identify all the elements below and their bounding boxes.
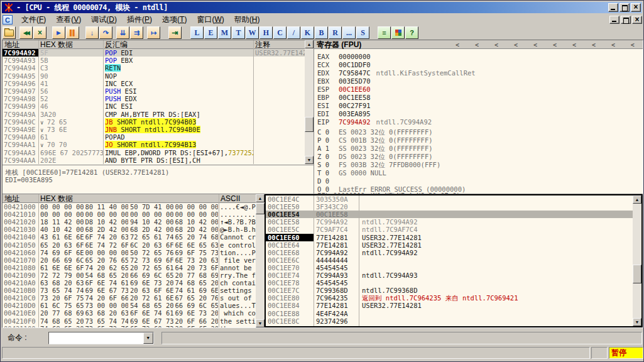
register-bank-chevron[interactable]: < — [631, 41, 635, 48]
scroll-thumb[interactable] — [256, 203, 265, 214]
scroll-up-button[interactable]: ▲ — [305, 40, 314, 48]
disasm-row[interactable]: 7C994A9A3A20CMP AH,BYTE PTR DS:[EAX] — [3, 111, 305, 118]
menu-view[interactable]: 查看(V) — [51, 14, 86, 25]
register-row[interactable]: EAX00000000 — [317, 53, 371, 61]
dump-row[interactable]: 0042110074 68 65 2073 65 72 7665 72 60 7… — [3, 325, 256, 327]
flag-row[interactable]: Z 0DS 0023 32位 0(FFFFFFFF) — [317, 153, 433, 161]
view-cpu-button[interactable]: C — [273, 26, 287, 39]
mdi-restore-button[interactable] — [621, 16, 631, 24]
scroll-thumb[interactable] — [633, 265, 641, 283]
register-bank-chevron[interactable]: < — [572, 41, 576, 48]
disasm-row[interactable]: 7C994A9C∨ 72 65JB SHORT ntdll.7C994B03 — [3, 118, 305, 126]
flag-row[interactable]: C 0ES 0023 32位 0(FFFFFFFF) — [317, 128, 433, 136]
menu-file[interactable]: 文件(F) — [16, 14, 51, 25]
disasm-row[interactable]: 7C994A94C3RETN — [3, 64, 305, 72]
stack-row[interactable]: 00C1EE5C7C9AF7C4ntdll.7C9AF7C4 — [266, 226, 633, 233]
mdi-minimize-button[interactable] — [609, 16, 619, 24]
register-row[interactable]: EIP7C994A92ntdll.7C994A92 — [317, 118, 432, 126]
scroll-thumb[interactable] — [305, 117, 314, 132]
register-row[interactable]: ESI00C27F91 — [317, 102, 371, 110]
step-over-button[interactable]: ↷ — [99, 26, 112, 39]
menu-window[interactable]: 窗口(W) — [192, 14, 229, 25]
cpu-child-icon[interactable]: C — [3, 15, 13, 25]
flag-row[interactable]: P 0CS 001B 32位 0(FFFFFFFF) — [317, 136, 433, 145]
register-bank-chevron[interactable]: < — [553, 41, 557, 48]
title-bar[interactable]: - [CPU - 线程 00000074, 模块 - ntdll] × — [2, 2, 642, 13]
disasm-row[interactable]: 7C994A925FPOP EDIUSER32.77E14281 — [3, 49, 305, 57]
stack-row[interactable]: 00C1EE9027F8FD4E — [266, 325, 633, 326]
view-patches-button[interactable]: / — [287, 26, 300, 39]
dump-row[interactable]: 004210A063 68 20 636F 6E 74 6169 6E 73 2… — [3, 279, 256, 287]
flag-row[interactable]: T 0GS 0000 NULL — [317, 169, 386, 177]
view-run-trace-button[interactable]: ... — [342, 26, 356, 39]
disasm-row[interactable]: 7C994AA061POPAD — [3, 133, 305, 141]
register-row[interactable]: EDI003EA895 — [317, 110, 371, 118]
close-button[interactable]: × — [631, 3, 641, 12]
stack-row[interactable]: 00C1EE8477E14281USER32.77E14281 — [266, 302, 633, 309]
scroll-down-button[interactable]: ▼ — [305, 156, 314, 164]
stack-row[interactable]: 00C1EE6477E14281USER32.77E14281 — [266, 241, 633, 249]
flag-row[interactable]: A 1SS 0023 32位 0(FFFFFFFF) — [317, 145, 433, 153]
view-breakpoints-button[interactable]: B — [315, 26, 328, 39]
disasm-row[interactable]: 7C994A9E∨ 73 6EJNB SHORT ntdll.7C994B0E — [3, 126, 305, 133]
dump-row[interactable]: 004210E020 77 68 6963 68 20 636F 6E 74 6… — [3, 309, 256, 317]
register-bank-chevron[interactable]: < — [611, 41, 615, 48]
stack-row[interactable]: 00C1EE8C92374296 — [266, 317, 633, 325]
go-to-address-button[interactable]: ⇥ — [168, 26, 182, 39]
register-bank-chevron[interactable]: < — [456, 41, 459, 48]
step-into-button[interactable]: ↓ — [85, 26, 99, 39]
menu-debug[interactable]: 调试(D) — [86, 14, 122, 25]
dump-row[interactable]: 0042109072 72 79 0054 68 65 2066 69 6C 6… — [3, 272, 256, 279]
execute-till-return-button[interactable]: ↦ — [147, 26, 160, 39]
dump-row[interactable]: 004210B073 65 74 7469 6E 67 7320 63 6F 6… — [3, 287, 256, 294]
restore-button[interactable] — [619, 3, 630, 12]
view-log-button[interactable]: L — [190, 26, 204, 39]
disasm-row[interactable]: 7C994A935BPOP EBX — [3, 57, 305, 64]
menu-options[interactable]: 选项(T) — [157, 14, 192, 25]
view-threads-button[interactable]: T — [232, 26, 245, 39]
open-file-button[interactable] — [3, 26, 16, 39]
stack-row[interactable]: 00C1EE587C994A92ntdll.7C994A92 — [266, 218, 633, 226]
disasm-row[interactable]: 7C994A9590NOP — [3, 72, 305, 80]
stack-scrollbar[interactable]: ▲ ▼ — [633, 195, 641, 326]
disasm-row[interactable]: 7C994A9946INC ESI — [3, 102, 305, 110]
dump-row[interactable]: 0042104043 61 6E 6E6F 74 20 6372 65 61 7… — [3, 233, 256, 241]
trace-over-button[interactable]: ⇉ — [130, 26, 143, 39]
view-call-stack-button[interactable]: K — [301, 26, 314, 39]
dump-row[interactable]: 0042102018 11 42 00D8 10 42 0094 10 42 0… — [3, 218, 256, 226]
dump-row[interactable]: 0042100000 00 00 0080 11 40 0050 7D 41 0… — [3, 203, 256, 211]
dump-row[interactable]: 0042105065 20 63 6F6E 74 72 6F6C 20 63 6… — [3, 241, 256, 249]
register-row[interactable]: EBP00C1EE58 — [317, 94, 371, 102]
stack-row[interactable]: 00C1EE807C964235返回到 ntdll.7C964235 来自 nt… — [266, 294, 633, 302]
view-source-button[interactable]: S — [356, 26, 369, 39]
help-button[interactable]: ? — [405, 26, 418, 39]
stack-row[interactable]: 00C1EE7045454545 — [266, 264, 633, 272]
stack-row[interactable]: 00C1EE747C994A93ntdll.7C994A93 — [266, 272, 633, 279]
dump-row[interactable]: 0042101000 00 00 0000 00 00 0000 00 00 0… — [3, 211, 256, 218]
disasm-row[interactable]: 7C994A9852PUSH EDX — [3, 95, 305, 102]
register-row[interactable]: EBX003E5D70 — [317, 77, 371, 85]
view-references-button[interactable]: R — [329, 26, 342, 39]
scroll-up-button[interactable]: ▲ — [256, 194, 265, 202]
register-bank-chevron[interactable]: < — [514, 41, 518, 48]
register-row[interactable]: EDX7C95847Cntdll.KiFastSystemCallRet — [317, 69, 476, 77]
flag-row[interactable]: S 0FS 003B 32位 7FFDB000(FFF) — [317, 161, 440, 169]
appearance-button[interactable] — [391, 26, 405, 39]
dump-row[interactable]: 0042106074 69 6F 6E00 00 00 0050 72 65 7… — [3, 249, 256, 256]
stack-row[interactable]: 00C1EE5400C1EE58 — [266, 211, 633, 218]
menu-help[interactable]: 帮助(H) — [229, 14, 265, 25]
view-windows-button[interactable]: W — [246, 26, 259, 39]
dump-scrollbar[interactable]: ▲ ▼ — [256, 194, 265, 327]
disasm-row[interactable]: 7C994AA3696E 67 20257773IMUL EBP,DWORD P… — [3, 149, 305, 156]
dump-row[interactable]: 0042108061 6E 6E 6F74 20 62 6520 72 65 6… — [3, 264, 256, 272]
stack-row[interactable]: 00C1EE6077E14281USER32.77E14281 — [266, 234, 633, 241]
menu-plugins[interactable]: 插件(P) — [122, 14, 157, 25]
restart-button[interactable]: ◀◀ — [19, 26, 33, 39]
dump-row[interactable]: 0042107020 66 69 6C65 20 76 6572 73 69 6… — [3, 256, 256, 264]
register-bank-chevron[interactable]: < — [475, 41, 479, 48]
register-bank-chevron[interactable]: < — [494, 41, 498, 48]
stack-row[interactable]: 00C1EE6C44444444 — [266, 256, 633, 264]
mdi-close-button[interactable]: × — [632, 16, 642, 24]
scroll-up-button[interactable]: ▲ — [633, 195, 641, 204]
view-handles-button[interactable]: H — [259, 26, 273, 39]
